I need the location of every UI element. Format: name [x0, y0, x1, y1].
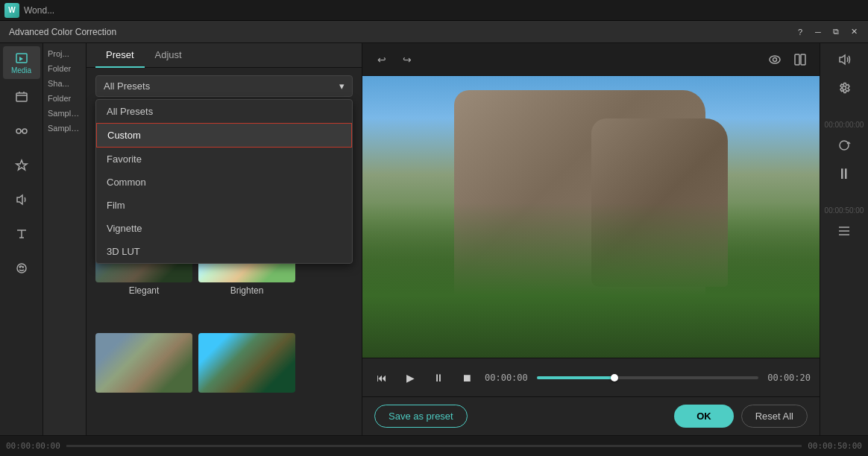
- video-scene: [362, 76, 820, 358]
- right-panel: 00:00:00:00 ⏸ 00:00:50:00: [820, 43, 868, 435]
- acc-right-panel: ↩ ↪: [362, 43, 820, 435]
- preset-label-brighten: Brighten: [230, 285, 264, 296]
- dropdown-menu: All Presets Custom Favorite Common Film …: [95, 99, 353, 264]
- preset-thumb-preset6: [198, 333, 295, 393]
- project-item-proj[interactable]: Proj...: [43, 46, 86, 61]
- preset-thumb-preset5: [95, 333, 192, 393]
- close-button[interactable]: ✕: [846, 24, 862, 40]
- sidebar-item-media[interactable]: Media: [3, 46, 40, 79]
- redo-button[interactable]: ↪: [397, 49, 418, 70]
- project-item-folder[interactable]: Folder: [43, 61, 86, 76]
- pause-button[interactable]: ⏸: [428, 367, 449, 388]
- svg-rect-1: [16, 93, 27, 101]
- dialog-titlebar: Advanced Color Correction ? ─ ⧉ ✕: [0, 21, 868, 43]
- svg-point-6: [22, 267, 23, 267]
- right-panel-time2: 00:00:50:00: [823, 205, 866, 216]
- undo-button[interactable]: ↩: [371, 49, 392, 70]
- tree-layer: [362, 203, 820, 358]
- sidebar-item-transitions[interactable]: [3, 115, 40, 148]
- preset-dropdown[interactable]: All Presets ▾: [95, 75, 353, 97]
- minimize-button[interactable]: ─: [810, 24, 826, 40]
- timeline-marker[interactable]: [825, 218, 863, 244]
- settings-button[interactable]: [825, 75, 863, 101]
- progress-handle[interactable]: [611, 374, 618, 381]
- ok-button[interactable]: OK: [674, 405, 734, 428]
- dropdown-item-all-presets[interactable]: All Presets: [96, 100, 352, 123]
- current-time: 00:00:00: [485, 373, 529, 383]
- pause-icon[interactable]: ⏸: [825, 160, 863, 187]
- preset-item-preset5[interactable]: [95, 333, 192, 426]
- help-button[interactable]: ?: [792, 24, 808, 40]
- acc-tabs: Preset Adjust: [87, 43, 362, 68]
- chevron-down-icon: ▾: [339, 80, 345, 92]
- progress-bar[interactable]: [537, 376, 758, 379]
- dropdown-item-custom[interactable]: Custom: [96, 123, 352, 148]
- project-panel: Proj... Folder Sha... Folder Sample Co..…: [43, 43, 87, 435]
- svg-point-2: [16, 129, 21, 133]
- timeline-end: 00:00:50:00: [808, 441, 862, 451]
- app-name: Wond...: [24, 5, 54, 16]
- toolbar-right: [764, 49, 811, 70]
- svg-point-5: [19, 267, 20, 267]
- project-item-samplevid[interactable]: Sample Vid...: [43, 121, 86, 136]
- compare-button[interactable]: [790, 49, 811, 70]
- preview-toolbar: ↩ ↪: [362, 43, 820, 76]
- dropdown-item-favorite[interactable]: Favorite: [96, 148, 352, 171]
- preset-item-preset6[interactable]: [198, 333, 295, 426]
- loop-button[interactable]: [825, 132, 863, 159]
- preset-label-elegant: Elegant: [129, 285, 160, 296]
- dropdown-container: All Presets ▾ All Presets Custom Favorit…: [87, 68, 362, 104]
- timeline-bar: 00:00:00:00 00:00:50:00: [0, 435, 868, 456]
- toolbar-left: ↩ ↪: [371, 49, 418, 70]
- footer-right-buttons: OK Reset All: [674, 405, 808, 428]
- svg-rect-9: [795, 54, 799, 65]
- project-item-sha[interactable]: Sha...: [43, 76, 86, 91]
- end-time: 00:00:20: [766, 373, 811, 383]
- dialog-title: Advanced Color Correction: [9, 27, 792, 37]
- prev-frame-button[interactable]: ⏮: [371, 367, 392, 388]
- dropdown-item-common[interactable]: Common: [96, 171, 352, 194]
- timeline-start: 00:00:00:00: [6, 441, 60, 451]
- reset-all-button[interactable]: Reset All: [741, 405, 808, 428]
- app-logo: W: [4, 3, 19, 18]
- svg-point-11: [843, 86, 846, 90]
- sidebar-item-stickers[interactable]: [3, 252, 40, 285]
- play-button[interactable]: ▶: [400, 367, 421, 388]
- titlebar-controls: ? ─ ⧉ ✕: [792, 24, 862, 40]
- dropdown-selected-value: All Presets: [104, 80, 150, 92]
- sidebar-media-label: Media: [11, 66, 31, 75]
- dropdown-item-film[interactable]: Film: [96, 194, 352, 217]
- sidebar-item-effects[interactable]: [3, 149, 40, 182]
- project-item-sampleco[interactable]: Sample Co...: [43, 106, 86, 121]
- acc-dialog: Preset Adjust All Presets ▾ All Presets …: [87, 43, 868, 435]
- video-preview: [362, 76, 820, 358]
- dropdown-item-vignette[interactable]: Vignette: [96, 217, 352, 240]
- sidebar-item-audio[interactable]: [3, 183, 40, 216]
- restore-button[interactable]: ⧉: [828, 24, 844, 40]
- svg-point-4: [17, 264, 26, 273]
- main-layout: Media: [0, 43, 868, 435]
- content-area: Proj... Folder Sha... Folder Sample Co..…: [43, 43, 868, 435]
- acc-left-panel: Preset Adjust All Presets ▾ All Presets …: [87, 43, 362, 435]
- svg-rect-10: [801, 54, 805, 65]
- dropdown-item-3dlut[interactable]: 3D LUT: [96, 240, 352, 263]
- timeline-track[interactable]: [66, 445, 802, 447]
- playback-bar: ⏮ ▶ ⏸ ⏹ 00:00:00 00:00:20: [362, 358, 820, 396]
- sidebar-item-text[interactable]: [3, 218, 40, 250]
- save-preset-button[interactable]: Save as preset: [374, 405, 468, 428]
- tab-adjust[interactable]: Adjust: [145, 43, 192, 68]
- svg-point-7: [770, 56, 780, 63]
- app-sidebar: Media: [0, 43, 43, 435]
- stop-button[interactable]: ⏹: [456, 367, 477, 388]
- svg-point-8: [773, 57, 777, 61]
- app-topbar: W Wond...: [0, 0, 868, 21]
- preview-toggle-button[interactable]: [764, 49, 785, 70]
- project-item-folder2[interactable]: Folder: [43, 91, 86, 106]
- volume-button[interactable]: [825, 46, 863, 73]
- sidebar-item-project[interactable]: [3, 80, 40, 113]
- progress-fill: [537, 376, 614, 379]
- svg-point-3: [22, 129, 27, 133]
- acc-footer: Save as preset OK Reset All: [362, 396, 820, 435]
- tab-preset[interactable]: Preset: [95, 43, 145, 68]
- right-panel-time1: 00:00:00:00: [823, 119, 866, 130]
